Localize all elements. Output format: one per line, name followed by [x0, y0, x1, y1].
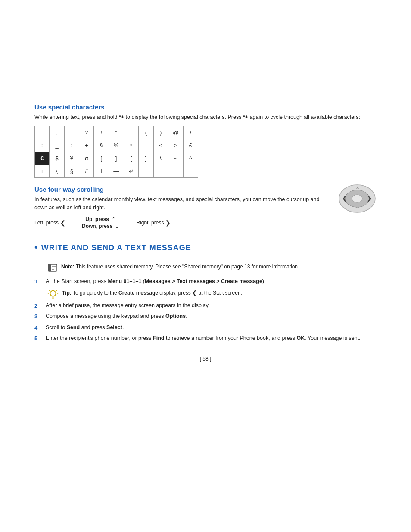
table-cell: /: [183, 126, 198, 139]
note-label: Note:: [61, 264, 75, 270]
table-cell: I: [94, 165, 109, 177]
step-1-text: At the Start screen, press Menu 01–1–1 (…: [46, 277, 265, 286]
right-arrow-icon: ❯: [165, 219, 171, 226]
right-direction: Right, press ❯: [136, 219, 171, 226]
table-cell: \: [153, 152, 168, 165]
svg-text:⌃: ⌃: [355, 187, 360, 193]
step-num-3: 3: [34, 312, 41, 321]
special-chars-title: Use special characters: [34, 103, 377, 111]
table-cell: ]: [109, 152, 124, 165]
note-icon: [47, 264, 58, 272]
table-cell: –: [124, 126, 139, 139]
table-row: . , ' ? ! " – ( ) @ /: [35, 126, 198, 139]
table-cell: #: [79, 165, 94, 177]
note-box: Note: This feature uses shared memory. P…: [47, 263, 377, 272]
tip-body: To go quickly to the Create message disp…: [73, 290, 192, 296]
table-cell: ~: [168, 152, 183, 165]
table-row: : _ ; + & % * = < > £: [35, 139, 198, 152]
up-direction: Up, press ⌃: [85, 216, 116, 223]
table-cell: .: [35, 126, 50, 139]
table-cell: [: [94, 152, 109, 165]
right-label: Right, press: [136, 220, 164, 226]
star-key-2: *+: [243, 114, 248, 120]
step-1: 1 At the Start screen, press Menu 01–1–1…: [34, 277, 377, 286]
step-3: 3 Compose a message using the keypad and…: [34, 312, 377, 321]
down-direction: Down, press ⌄: [82, 223, 120, 230]
special-chars-text3: again to cycle through all available cha…: [248, 114, 360, 120]
table-cell: >: [168, 139, 183, 152]
tip-content: Tip: To go quickly to the Create message…: [62, 289, 242, 297]
table-cell: ": [109, 126, 124, 139]
svg-line-15: [56, 290, 56, 291]
step-5-text: Enter the recipient's phone number, or p…: [46, 334, 361, 343]
page-number: [ 58 ]: [34, 356, 377, 362]
table-cell: [153, 165, 168, 177]
step-num-5: 5: [34, 334, 41, 343]
table-cell: }: [139, 152, 153, 165]
step-num-1: 1: [34, 277, 41, 286]
tip-chevron-icon: ❮: [192, 289, 197, 297]
step-3-text: Compose a message using the keypad and p…: [46, 312, 187, 321]
table-cell: ,: [50, 126, 64, 139]
step-4-text: Scroll to Send and press Select.: [46, 324, 124, 332]
table-cell: ı: [35, 165, 50, 177]
star-key-1: *+: [119, 114, 124, 120]
table-cell: —: [109, 165, 124, 177]
table-cell-highlighted: €: [35, 152, 50, 165]
table-cell: α: [79, 152, 94, 165]
table-cell: ;: [64, 139, 79, 152]
table-row: € $ ¥ α [ ] { } \ ~ ^: [35, 152, 198, 165]
table-cell: ^: [183, 152, 198, 165]
step-4: 4 Scroll to Send and press Select.: [34, 324, 377, 332]
up-arrow-icon: ⌃: [111, 216, 116, 223]
up-label: Up, press: [85, 216, 109, 222]
table-cell: §: [64, 165, 79, 177]
table-cell: ): [153, 126, 168, 139]
left-arrow-icon: ❮: [60, 219, 65, 226]
direction-labels: Left, press ❮ Up, press ⌃ Down, press ⌄ …: [34, 216, 329, 230]
svg-text:⌄: ⌄: [355, 204, 360, 210]
svg-text:❯: ❯: [367, 195, 372, 202]
table-cell: £: [183, 139, 198, 152]
table-cell: $: [50, 152, 64, 165]
table-cell: !: [94, 126, 109, 139]
table-cell: (: [139, 126, 153, 139]
special-chars-table: . , ' ? ! " – ( ) @ / : _ ; + &: [34, 126, 198, 178]
fourway-title: Use four-way scrolling: [34, 186, 329, 193]
use-special-section: Use special characters While entering te…: [34, 103, 377, 178]
write-send-heading: • WRITE AND SEND A TEXT MESSAGE: [34, 243, 377, 258]
down-arrow-icon: ⌄: [115, 223, 120, 230]
fourway-section: Use four-way scrolling In features, such…: [34, 186, 377, 230]
tip-at-the: at the Start screen.: [199, 290, 242, 296]
special-chars-body: While entering text, press and hold *+ t…: [34, 113, 377, 121]
step-2-text: After a brief pause, the message entry s…: [46, 302, 210, 310]
svg-rect-8: [48, 264, 51, 271]
table-cell: *: [124, 139, 139, 152]
table-cell: ?: [79, 126, 94, 139]
table-cell: ': [64, 126, 79, 139]
table-row: ı ¿ § # I — ↵: [35, 165, 198, 177]
table-cell: &: [94, 139, 109, 152]
table-cell: ↵: [124, 165, 139, 177]
fourway-body: In features, such as the calendar monthl…: [34, 196, 329, 212]
tip-label: Tip:: [62, 290, 72, 296]
table-cell: @: [168, 126, 183, 139]
table-cell: ¥: [64, 152, 79, 165]
table-cell: :: [35, 139, 50, 152]
note-text-body: This feature uses shared memory. Please …: [76, 264, 299, 270]
step-2: 2 After a brief pause, the message entry…: [34, 302, 377, 310]
note-content: Note: This feature uses shared memory. P…: [61, 263, 299, 271]
bullet-icon: •: [34, 243, 38, 252]
fourway-text: Use four-way scrolling In features, such…: [34, 186, 329, 230]
steps-list-2: 2 After a brief pause, the message entry…: [34, 302, 377, 343]
left-direction: Left, press ❮: [34, 219, 65, 226]
left-label: Left, press: [34, 220, 59, 226]
tip-box: Tip: To go quickly to the Create message…: [47, 289, 377, 300]
table-cell: [168, 165, 183, 177]
steps-list: 1 At the Start screen, press Menu 01–1–1…: [34, 277, 377, 286]
svg-line-17: [49, 290, 50, 291]
table-cell: ¿: [50, 165, 64, 177]
down-label: Down, press: [82, 223, 112, 229]
tip-icon: [47, 289, 59, 300]
table-cell: [183, 165, 198, 177]
